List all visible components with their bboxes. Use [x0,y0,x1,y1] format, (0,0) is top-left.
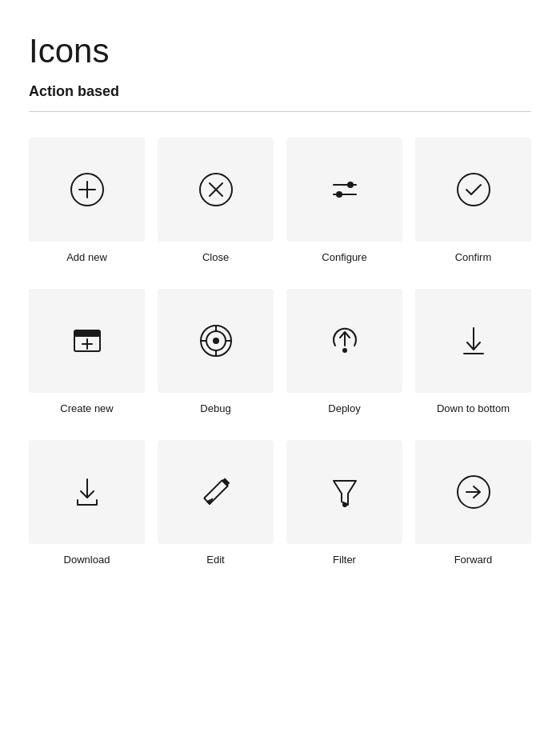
configure-icon [324,169,366,210]
create-new-cell: Create new [29,289,145,414]
down-to-bottom-label: Down to bottom [437,402,510,414]
svg-point-7 [347,182,354,188]
filter-icon-box [286,440,402,544]
debug-icon [195,320,237,362]
svg-point-23 [342,348,347,353]
download-cell: Download [29,440,145,566]
edit-icon-box [158,440,274,544]
deploy-icon-box [286,289,402,393]
create-new-icon-box [29,289,145,393]
section-divider [29,111,531,112]
confirm-label: Confirm [455,251,492,263]
close-icon-box [158,138,274,242]
forward-cell: Forward [415,440,531,566]
debug-cell: Debug [158,289,274,414]
confirm-icon-box [415,138,531,242]
edit-icon [195,471,237,513]
debug-icon-box [158,289,274,393]
icon-row-2: Create new Debug [29,289,531,414]
svg-point-32 [342,502,347,507]
add-new-label: Add new [66,251,107,263]
deploy-label: Deploy [328,402,360,414]
down-to-bottom-icon [453,320,494,362]
configure-label: Configure [322,251,366,263]
download-icon [66,471,108,513]
forward-icon-box [415,440,531,544]
filter-label: Filter [333,554,356,566]
svg-point-9 [336,191,342,198]
svg-point-17 [213,338,219,344]
close-icon [195,169,237,210]
confirm-icon [453,169,494,210]
confirm-cell: Confirm [415,138,531,263]
page-title: Icons [29,32,531,70]
section-title: Action based [29,83,531,100]
add-new-cell: Add new [29,138,145,263]
forward-icon [453,471,494,513]
close-cell: Close [158,138,274,263]
icon-row-3: Download Edit [29,440,531,566]
download-label: Download [64,554,110,566]
close-label: Close [202,251,229,263]
edit-cell: Edit [158,440,274,566]
download-icon-box [29,440,145,544]
edit-label: Edit [206,554,224,566]
forward-label: Forward [454,554,493,566]
svg-rect-12 [74,330,100,337]
icon-row-1: Add new Close [29,138,531,263]
page-container: Icons Action based Add new [0,0,560,623]
filter-icon [324,471,366,513]
svg-marker-31 [334,481,356,505]
configure-cell: Configure [286,138,402,263]
filter-cell: Filter [286,440,402,566]
configure-icon-box [286,138,402,242]
down-to-bottom-icon-box [415,289,531,393]
create-new-icon [66,320,108,362]
svg-point-10 [458,174,490,206]
add-new-icon [66,169,108,210]
down-to-bottom-cell: Down to bottom [415,289,531,414]
deploy-cell: Deploy [286,289,402,414]
add-new-icon-box [29,138,145,242]
deploy-icon [324,320,366,362]
create-new-label: Create new [60,402,113,414]
debug-label: Debug [200,402,230,414]
